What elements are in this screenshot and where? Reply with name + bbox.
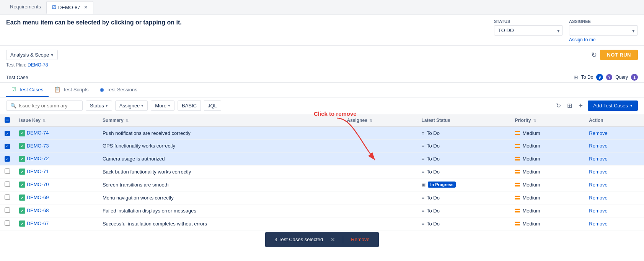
columns-icon[interactable]: ⊞: [566, 101, 574, 111]
help-icon: ?: [606, 74, 612, 80]
refresh-icon[interactable]: ↻: [591, 51, 597, 59]
remove-link[interactable]: Remove: [589, 221, 607, 227]
todo-badge: 9: [596, 74, 603, 81]
remove-link[interactable]: Remove: [589, 169, 607, 175]
issue-key-link[interactable]: DEMO-70: [27, 182, 49, 187]
summary-cell: Back button functionality works correctl…: [98, 165, 342, 178]
selection-bar-remove[interactable]: Remove: [351, 237, 369, 242]
selection-bar-close[interactable]: ✕: [331, 237, 335, 243]
row-checkbox[interactable]: [5, 208, 10, 213]
jql-btn[interactable]: JQL: [204, 101, 221, 111]
test-plan-link[interactable]: DEMO-78: [28, 62, 48, 68]
row-checkbox[interactable]: ✓: [5, 131, 10, 136]
issue-key-link[interactable]: DEMO-68: [27, 208, 49, 213]
tab-test-cases[interactable]: ☑ Test Cases: [6, 83, 49, 97]
remove-link[interactable]: Remove: [589, 195, 607, 201]
issue-key-link[interactable]: DEMO-69: [27, 195, 49, 200]
demo87-icon: ☑: [52, 5, 56, 10]
header-area: Each menu item can be selected by clicki…: [0, 15, 644, 46]
basic-btn[interactable]: BASIC: [178, 101, 201, 111]
selection-bar-divider: [343, 236, 343, 243]
table-row: ✓ DEMO-71Back button functionality works…: [0, 165, 644, 178]
minus-checkbox[interactable]: −: [5, 117, 10, 123]
tab-requirements[interactable]: Requirements: [5, 1, 46, 13]
issue-key-link[interactable]: DEMO-73: [27, 143, 49, 149]
settings-icon[interactable]: ✦: [577, 101, 585, 111]
assignee-col[interactable]: Assignee ⇅: [342, 114, 417, 126]
add-test-cases-btn[interactable]: Add Test Cases: [588, 101, 638, 111]
remove-link[interactable]: Remove: [589, 143, 607, 149]
status-select[interactable]: TO DO IN PROGRESS DONE: [494, 25, 563, 36]
priority-cell: Medium: [510, 178, 584, 191]
assignee-cell: [342, 139, 417, 152]
status-cell: ≡ To Do: [417, 139, 510, 152]
priority-cell: Medium: [510, 152, 584, 165]
table-container: − Issue Key ⇅ Summary ⇅ Assignee ⇅: [0, 114, 644, 249]
priority-cell: Medium: [510, 191, 584, 204]
status-cell: ▣ In Progress: [417, 178, 510, 191]
row-checkbox[interactable]: [5, 220, 10, 226]
row-checkbox[interactable]: [5, 169, 10, 174]
search-box: 🔍: [6, 101, 83, 111]
latest-status-col[interactable]: Latest Status: [417, 114, 510, 126]
row-checkbox[interactable]: [5, 182, 10, 187]
test-sessions-tab-icon: ▦: [99, 86, 104, 92]
more-filter-btn[interactable]: More: [151, 101, 174, 111]
row-checkbox[interactable]: [5, 195, 10, 200]
remove-link[interactable]: Remove: [589, 208, 607, 214]
content-tabs: ☑ Test Cases 📋 Test Scripts ▦ Test Sessi…: [0, 83, 644, 97]
status-filter-btn[interactable]: Status: [86, 101, 112, 111]
issue-icon: ✓: [19, 220, 25, 227]
remove-link[interactable]: Remove: [589, 156, 607, 162]
table-row: ✓ DEMO-67Successful installation complet…: [0, 217, 644, 230]
table-row: ✓ DEMO-69Menu navigation works correctly…: [0, 191, 644, 204]
not-run-btn[interactable]: NOT RUN: [600, 50, 638, 60]
status-cell: ≡ To Do: [417, 165, 510, 178]
status-cell: ≡ To Do: [417, 126, 510, 139]
analysis-scope-btn[interactable]: Analysis & Scope: [6, 50, 58, 60]
summary-cell: Successful installation completes withou…: [98, 217, 342, 230]
selection-bar: 3 Test Cases selected ✕ Remove: [0, 230, 644, 249]
test-plan-row: Test Plan: DEMO-78: [0, 62, 644, 71]
assignee-cell: [342, 152, 417, 165]
table-row: ✓✓ DEMO-73GPS functionality works correc…: [0, 139, 644, 152]
page-title: Each menu item can be selected by clicki…: [6, 19, 182, 26]
priority-col[interactable]: Priority ⇅: [510, 114, 584, 126]
sort-arrow-summary: ⇅: [126, 118, 129, 123]
issue-key-col[interactable]: Issue Key ⇅: [15, 114, 98, 126]
grid-icon: ⊞: [574, 74, 578, 80]
summary-col[interactable]: Summary ⇅: [98, 114, 342, 126]
close-icon[interactable]: ✕: [84, 5, 88, 10]
issue-icon: ✓: [19, 169, 25, 175]
issue-key-link[interactable]: DEMO-74: [27, 130, 49, 136]
row-checkbox[interactable]: ✓: [5, 144, 10, 149]
tab-demo87[interactable]: ☑ DEMO-87 ✕: [46, 1, 93, 14]
issue-key-link[interactable]: DEMO-67: [27, 220, 49, 226]
assignee-select[interactable]: [569, 25, 638, 36]
selected-count-label: 3 Test Cases selected: [274, 237, 323, 242]
row-checkbox[interactable]: ✓: [5, 156, 10, 162]
priority-cell: Medium: [510, 126, 584, 139]
issue-key-link[interactable]: DEMO-71: [27, 169, 49, 174]
tab-test-scripts[interactable]: 📋 Test Scripts: [49, 83, 94, 97]
issue-key-link[interactable]: DEMO-72: [27, 156, 49, 161]
header-controls: Status TO DO IN PROGRESS DONE Assignee A…: [494, 19, 638, 42]
issue-icon: ✓: [19, 208, 25, 214]
toolbar: 🔍 Status Assignee More BASIC JQL ↻ ⊞ ✦ A…: [0, 97, 644, 114]
search-icon: 🔍: [10, 103, 16, 109]
refresh-table-icon[interactable]: ↻: [554, 101, 562, 111]
status-label: Status: [494, 19, 563, 24]
select-all-col: −: [0, 114, 15, 126]
tc-header-label: Test Case: [6, 75, 28, 80]
assign-me-link[interactable]: Assign to me: [569, 37, 638, 42]
sort-arrow-assignee: ⇅: [369, 118, 372, 123]
remove-link[interactable]: Remove: [589, 182, 607, 188]
tab-test-sessions[interactable]: ▦ Test Sessions: [94, 83, 143, 97]
tc-header: Test Case ⊞ To Do 9 ? Query 1: [0, 71, 644, 83]
remove-link[interactable]: Remove: [589, 130, 607, 136]
assignee-filter-btn[interactable]: Assignee: [115, 101, 148, 111]
issue-icon: ✓: [19, 182, 25, 188]
priority-cell: Medium: [510, 139, 584, 152]
query-label: Query: [615, 75, 628, 80]
search-input[interactable]: [19, 103, 80, 109]
